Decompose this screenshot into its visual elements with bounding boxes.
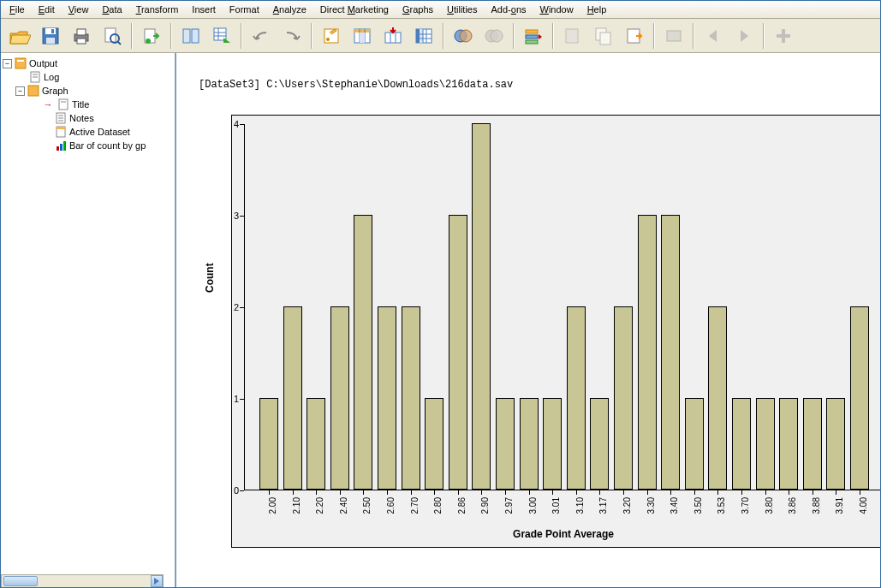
x-tick (647, 490, 648, 495)
menu-bar: File Edit View Data Transform Insert For… (1, 1, 880, 19)
svg-point-38 (491, 30, 503, 42)
x-tick-label: 3.86 (788, 497, 797, 514)
chart-bar (614, 306, 633, 490)
copy-button[interactable] (588, 21, 619, 50)
add-button[interactable] (768, 21, 799, 50)
y-tick-label: 1 (222, 394, 239, 404)
svg-rect-6 (77, 39, 86, 44)
chart-bar (520, 398, 539, 490)
export-button[interactable] (136, 21, 167, 50)
x-tick (434, 490, 435, 495)
chart-frame[interactable]: Grade Point Average 012342.002.102.202.4… (231, 115, 880, 548)
nav-horizontal-scrollbar[interactable] (1, 574, 164, 588)
menu-direct-marketing[interactable]: Direct Marketing (315, 3, 394, 16)
forward-button[interactable] (729, 21, 759, 50)
chart-bar (708, 306, 727, 490)
menu-file[interactable]: File (4, 3, 30, 16)
x-tick-label: 3.17 (598, 497, 608, 514)
back-button[interactable] (698, 21, 729, 50)
collapse-icon[interactable]: − (3, 59, 12, 68)
svg-rect-47 (15, 58, 26, 68)
go-to-data-button[interactable] (206, 21, 237, 50)
svg-rect-2 (46, 38, 55, 44)
menu-help[interactable]: Help (582, 3, 612, 16)
chart-bar (850, 306, 869, 490)
svg-rect-60 (57, 127, 65, 129)
svg-rect-52 (28, 86, 39, 96)
y-tick (240, 216, 244, 217)
go-to-variable-button[interactable] (347, 21, 378, 50)
go-to-case-button[interactable] (316, 21, 347, 50)
save-button[interactable] (35, 21, 66, 50)
tree-notes[interactable]: Notes (3, 111, 173, 125)
x-tick-label: 2.60 (386, 497, 396, 514)
scrollbar-thumb[interactable] (3, 576, 38, 586)
x-tick-label: 3.91 (835, 497, 844, 514)
insert-cases-button[interactable] (378, 21, 408, 50)
scrollbar-right-button[interactable] (151, 575, 163, 587)
chart-bar (661, 215, 680, 490)
x-tick-label: 2.70 (409, 497, 419, 514)
graph-group-icon (27, 84, 40, 98)
output-navigator: − Output Log − Graph → Title (1, 53, 176, 588)
recall-dialog-button[interactable] (176, 21, 206, 50)
svg-rect-63 (63, 141, 66, 151)
paste-button[interactable] (619, 21, 650, 50)
output-tree[interactable]: − Output Log − Graph → Title (1, 53, 175, 156)
redo-button[interactable] (277, 21, 307, 50)
svg-rect-24 (360, 33, 365, 43)
output-viewer[interactable]: [DataSet3] C:\Users\Stephanie\Downloads\… (176, 53, 880, 588)
y-tick (240, 307, 244, 308)
collapse-icon[interactable]: − (15, 86, 25, 96)
x-tick (552, 490, 553, 495)
menu-insert[interactable]: Insert (187, 3, 221, 16)
tree-output[interactable]: − Output (3, 56, 173, 70)
select-last-output-button[interactable] (448, 21, 479, 50)
tree-log[interactable]: Log (3, 70, 173, 84)
variables-button[interactable] (658, 21, 689, 50)
x-tick (293, 490, 294, 495)
open-button[interactable] (4, 21, 35, 50)
menu-transform[interactable]: Transform (131, 3, 184, 16)
insert-variable-button[interactable] (408, 21, 439, 50)
menu-data[interactable]: Data (97, 3, 127, 16)
menu-graphs[interactable]: Graphs (397, 3, 438, 16)
svg-rect-3 (51, 29, 54, 33)
designate-window-button[interactable] (557, 21, 588, 50)
x-tick-label: 3.01 (551, 497, 561, 514)
y-tick-label: 3 (222, 211, 239, 221)
svg-rect-5 (77, 29, 86, 35)
svg-rect-12 (183, 29, 190, 43)
svg-point-11 (146, 39, 151, 44)
tree-title[interactable]: → Title (3, 98, 173, 111)
select-all-button[interactable] (479, 21, 509, 50)
x-tick-label: 3.80 (764, 497, 773, 514)
x-tick (458, 490, 459, 495)
x-tick (741, 490, 742, 495)
tree-graph[interactable]: − Graph (3, 84, 173, 98)
tree-active-dataset[interactable]: Active Dataset (3, 125, 173, 139)
undo-button[interactable] (246, 21, 277, 50)
svg-rect-42 (566, 29, 578, 43)
menu-edit[interactable]: Edit (33, 3, 60, 16)
x-tick (529, 490, 530, 495)
print-button[interactable] (66, 21, 97, 50)
menu-addons[interactable]: Add-ons (486, 3, 532, 16)
x-tick-label: 4.00 (859, 497, 868, 514)
menu-analyze[interactable]: Analyze (268, 3, 312, 16)
chart-bar (449, 215, 467, 490)
menu-format[interactable]: Format (224, 3, 265, 16)
x-tick-label: 2.50 (362, 497, 372, 514)
chart-bar (259, 398, 278, 490)
x-tick-label: 2.10 (291, 497, 301, 514)
chart-bar (283, 306, 302, 490)
log-icon (28, 70, 42, 84)
menu-utilities[interactable]: Utilities (442, 3, 482, 16)
menu-view[interactable]: View (63, 3, 94, 16)
tree-bar-chart[interactable]: Bar of count by gp (3, 139, 173, 152)
svg-rect-44 (600, 33, 610, 45)
menu-window[interactable]: Window (535, 3, 579, 16)
show-hide-button[interactable] (518, 21, 549, 50)
print-preview-button[interactable] (97, 21, 128, 50)
y-tick (240, 124, 244, 125)
